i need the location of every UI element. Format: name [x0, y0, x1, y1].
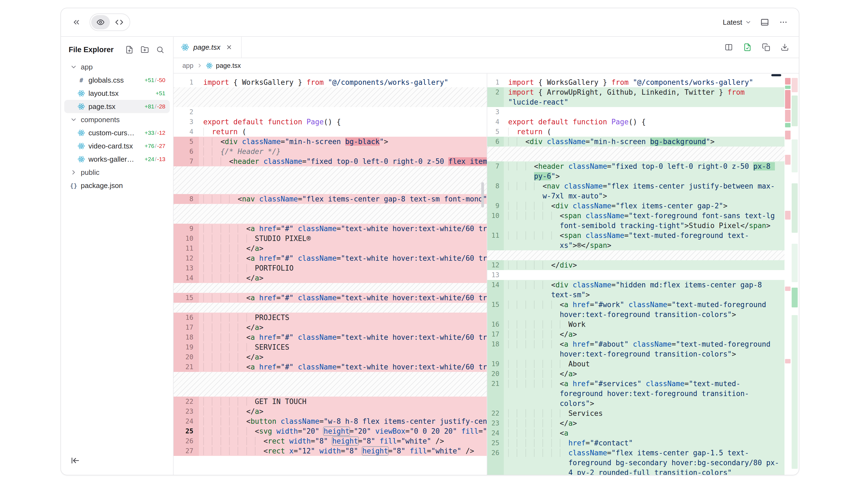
- collapse-panel-button[interactable]: [71, 17, 82, 28]
- line-number: 21: [487, 379, 504, 409]
- diff-pane-old[interactable]: 1import { WorksGallery } from "@/compone…: [174, 73, 487, 475]
- code-line: 2import { ArrowUpRight, Github, Linkedin…: [487, 87, 784, 107]
- code-text: <a href="#services" className="text-mute…: [504, 379, 784, 409]
- code-text: <nav className="flex items-center gap-8 …: [199, 194, 487, 204]
- code-icon: [115, 18, 123, 26]
- code-line: 7 <header className="fixed top-0 left-0 …: [174, 157, 487, 166]
- code-text: {/* Header */}: [199, 147, 487, 157]
- close-tab-button[interactable]: [225, 43, 234, 52]
- folder-components[interactable]: components: [64, 113, 170, 126]
- code-line: 15 <a href="#" className="text-white hov…: [174, 293, 487, 303]
- code-line: 25 href="#contact": [487, 438, 784, 448]
- code-text: </a>: [199, 352, 487, 362]
- file-works-galler-[interactable]: works-galler…+24/-13: [64, 153, 170, 166]
- collapsed-region: [174, 372, 487, 397]
- app-window: Latest File Explorer: [60, 8, 799, 476]
- code-text: </a>: [199, 243, 487, 253]
- collapse-sidebar-button[interactable]: [68, 453, 83, 468]
- line-number: 3: [487, 107, 504, 117]
- code-text: <svg width="20" height="20" viewBox="0 0…: [199, 426, 487, 436]
- code-text: import { WorksGallery } from "@/componen…: [199, 77, 487, 87]
- line-number: 26: [487, 448, 504, 475]
- code-text: </a>: [504, 369, 784, 379]
- new-file-button[interactable]: [124, 44, 134, 55]
- panel-bottom-button[interactable]: [759, 17, 770, 28]
- more-options-button[interactable]: [778, 17, 789, 28]
- code-text: <rect width="8" height="8" fill="white" …: [199, 436, 487, 446]
- code-text: <button className="w-8 h-8 flex items-ce…: [199, 416, 487, 426]
- collapsed-region: [174, 166, 487, 194]
- code-text: GET IN TOUCH: [199, 397, 487, 406]
- chevron-down-icon: [70, 63, 78, 70]
- diff-pane-new[interactable]: 1import { WorksGallery } from "@/compone…: [487, 73, 784, 475]
- left-pane-scrollbar-thumb[interactable]: [481, 182, 484, 207]
- line-number: 2: [174, 107, 199, 117]
- apply-changes-button[interactable]: [742, 42, 753, 53]
- code-text: <header className="fixed top-0 left-0 ri…: [199, 157, 487, 166]
- code-text: <div className="min-h-screen bg-backgrou…: [504, 137, 784, 147]
- version-dropdown[interactable]: Latest: [723, 18, 751, 27]
- line-number: 7: [487, 161, 504, 181]
- download-icon: [781, 43, 789, 51]
- folder-public[interactable]: public: [64, 166, 170, 179]
- new-folder-button[interactable]: [140, 44, 150, 55]
- code-line: 13 PORTFOLIO: [174, 263, 487, 273]
- minimap-mark: [785, 287, 790, 291]
- minimap-mark: [785, 90, 790, 109]
- file-layout-tsx[interactable]: layout.tsx+51: [64, 87, 170, 100]
- copy-button[interactable]: [761, 42, 771, 53]
- code-text: export default function Page() {: [504, 117, 784, 127]
- minimap-mark: [785, 131, 790, 139]
- code-toggle-button[interactable]: [110, 15, 129, 29]
- code-text: import { ArrowUpRight, Github, Linkedin,…: [504, 87, 784, 107]
- code-text: Work: [504, 320, 784, 329]
- code-text: <a href="#" className="text-white hover:…: [199, 224, 487, 234]
- react-icon: [78, 142, 85, 150]
- file-page-tsx[interactable]: page.tsx+81/-28: [64, 100, 170, 113]
- line-number: 5: [174, 137, 199, 147]
- diff-stats: +24/-13: [141, 156, 165, 162]
- minimap[interactable]: [784, 73, 799, 475]
- file-package-json[interactable]: {}package.json: [64, 179, 170, 192]
- breadcrumb-file: page.tsx: [216, 62, 241, 69]
- folder-app[interactable]: app: [64, 60, 170, 73]
- line-number: 6: [174, 147, 199, 157]
- download-button[interactable]: [780, 42, 790, 53]
- hash-icon: #: [78, 77, 85, 84]
- line-number: 6: [487, 137, 504, 147]
- file-custom-curs-[interactable]: custom-curs…+33/-12: [64, 126, 170, 139]
- view-toggle: [90, 13, 130, 31]
- code-line: 16 PROJECTS: [174, 313, 487, 323]
- file-explorer-sidebar: File Explorer: [61, 37, 174, 475]
- folder-label: app: [81, 63, 93, 71]
- code-text: [504, 107, 784, 117]
- code-line: 13: [487, 270, 784, 280]
- file-explorer-title: File Explorer: [69, 45, 114, 54]
- code-text: <a href="#work" className="text-muted-fo…: [504, 300, 784, 320]
- line-number: 13: [174, 263, 199, 273]
- minimap-mark: [792, 183, 798, 233]
- code-text: </a>: [199, 273, 487, 283]
- diff-stats: +51: [152, 90, 165, 97]
- code-line: 16 Work: [487, 320, 784, 329]
- search-button[interactable]: [155, 44, 165, 55]
- editor-main: page.tsx: [174, 37, 799, 475]
- file-video-card-tsx[interactable]: video-card.tsx+76/-27: [64, 139, 170, 153]
- code-line: 22 GET IN TOUCH: [174, 397, 487, 406]
- code-line: 10 STUDIO PIXEL®: [174, 234, 487, 243]
- breadcrumb-folder[interactable]: app: [182, 62, 193, 69]
- code-line: 20 </a>: [174, 352, 487, 362]
- line-number: 19: [487, 359, 504, 369]
- code-line: 26 <rect width="8" height="8" fill="whit…: [174, 436, 487, 446]
- line-number: 11: [487, 231, 504, 250]
- file-globals-css[interactable]: #globals.css+51/-50: [64, 73, 170, 87]
- minimap-mark: [792, 244, 798, 282]
- code-text: STUDIO PIXEL®: [199, 234, 487, 243]
- split-view-button[interactable]: [723, 42, 734, 53]
- code-line: 19 About: [487, 359, 784, 369]
- line-number: 18: [174, 332, 199, 342]
- tab-label: page.tsx: [193, 43, 220, 52]
- line-number: 27: [174, 446, 199, 456]
- preview-toggle-button[interactable]: [91, 15, 110, 29]
- tab-page-tsx[interactable]: page.tsx: [174, 37, 242, 58]
